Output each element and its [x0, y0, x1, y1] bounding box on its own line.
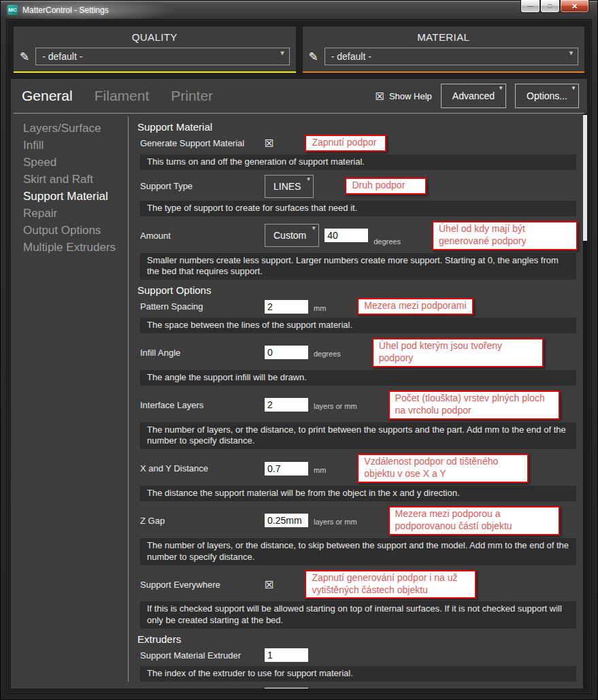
unit-label: degrees	[373, 237, 401, 247]
value-input[interactable]	[265, 688, 308, 688]
help-text: The space between the lines of the suppo…	[140, 318, 576, 333]
scrollbar-track[interactable]	[583, 114, 587, 688]
control-zone	[265, 688, 308, 688]
sidebar-item-output-options[interactable]: Output Options	[23, 222, 128, 239]
checked-checkbox-icon[interactable]: ☒	[265, 580, 273, 590]
tabbar: GeneralFilamentPrinter ☒ Show Help Advan…	[11, 79, 587, 111]
control-zone: LINES▼	[265, 175, 314, 198]
advanced-button-label: Advanced	[452, 90, 495, 101]
control-zone	[265, 648, 308, 662]
window-title: MatterControl - Settings	[22, 5, 109, 15]
material-selected-value: - default -	[331, 51, 371, 62]
unit-label: mm	[314, 466, 326, 476]
control-zone: Custom▼degrees	[265, 224, 401, 247]
material-title: MATERIAL	[309, 31, 579, 43]
chevron-down-icon: ▼	[568, 50, 574, 56]
options-button-label: Options...	[527, 90, 567, 101]
sidebar-item-infill[interactable]: Infill	[23, 137, 128, 154]
quality-select[interactable]: - default - ▼	[35, 48, 289, 65]
control-zone: ☒	[265, 138, 273, 148]
setting-row-pattern-spacing: Pattern SpacingmmMezera mezi podporami	[137, 298, 578, 315]
quality-preset: QUALITY ✎ - default - ▼	[14, 27, 296, 73]
quality-selected-value: - default -	[42, 51, 82, 62]
value-input[interactable]	[265, 300, 308, 314]
material-select[interactable]: - default - ▼	[325, 48, 578, 65]
checked-checkbox-icon: ☒	[375, 91, 384, 101]
tab-printer[interactable]: Printer	[171, 88, 213, 104]
tab-filament[interactable]: Filament	[95, 88, 150, 104]
sidebar-item-layers-surface[interactable]: Layers/Surface	[23, 120, 128, 137]
annotation-badge: Úhel od kdy mají být generované podpory	[432, 221, 578, 250]
edit-pencil-icon[interactable]: ✎	[20, 51, 29, 63]
dropdown-value: Custom	[273, 230, 306, 241]
settings-panel: Support MaterialGenerate Support Materia…	[129, 114, 582, 688]
show-help-checkbox[interactable]: ☒ Show Help	[375, 91, 431, 101]
control-zone: degrees	[265, 346, 341, 359]
sidebar-item-support-material[interactable]: Support Material	[23, 188, 128, 205]
maximize-button[interactable]: □	[540, 0, 560, 13]
setting-label: X and Y Distance	[140, 463, 265, 473]
advanced-button[interactable]: Advanced ▼	[441, 84, 506, 108]
tab-list: GeneralFilamentPrinter	[22, 88, 235, 104]
section-heading: Extruders	[137, 633, 578, 645]
options-button[interactable]: Options... ▼	[515, 84, 579, 108]
annotation-badge: Mezera mezi podporami	[357, 298, 473, 315]
preset-band: QUALITY ✎ - default - ▼ MATERIAL ✎ - def…	[7, 20, 591, 79]
settings-main-panel: GeneralFilamentPrinter ☒ Show Help Advan…	[11, 79, 587, 688]
setting-label: Infill Angle	[140, 348, 265, 358]
dropdown-value: LINES	[273, 181, 301, 192]
scrollbar-thumb[interactable]	[583, 115, 587, 241]
unit-label: degrees	[314, 350, 341, 359]
dropdown[interactable]: Custom▼	[265, 224, 319, 247]
value-input[interactable]	[325, 229, 368, 242]
app-window: MC MatterControl - Settings — □ ✕ QUALIT…	[0, 0, 598, 700]
window-controls: — □ ✕	[520, 0, 589, 13]
sidebar: Layers/SurfaceInfillSpeedSkirt and RaftS…	[11, 114, 128, 688]
setting-row-support-interface-extruder: Support Interface Extruder	[137, 686, 578, 688]
unit-label: mm	[314, 304, 326, 314]
setting-row-interface-layers: Interface Layerslayers or mmPočet (tlouš…	[137, 390, 578, 420]
quality-title: QUALITY	[20, 31, 290, 43]
close-button[interactable]: ✕	[560, 0, 589, 13]
dropdown[interactable]: LINES▼	[265, 175, 314, 198]
minimize-button[interactable]: —	[520, 0, 540, 13]
checked-checkbox-icon[interactable]: ☒	[265, 138, 273, 148]
control-zone: ☒	[265, 580, 273, 590]
chevron-down-icon: ▼	[280, 50, 286, 56]
help-text: The angle the support infill will be dra…	[140, 370, 576, 386]
help-text: Smaller numbers create less support. Lar…	[140, 253, 576, 280]
setting-label: Z Gap	[140, 516, 265, 526]
help-text: The type of support to create for surfac…	[140, 201, 576, 216]
annotation-badge: Druh podpor	[345, 178, 427, 195]
unit-label: layers or mm	[314, 402, 357, 412]
value-input[interactable]	[265, 346, 308, 359]
control-zone: layers or mm	[265, 514, 357, 527]
edit-pencil-icon[interactable]: ✎	[309, 51, 318, 63]
annotation-badge: Zapnutí generování podpor i na už vytišt…	[305, 570, 476, 599]
setting-label: Interface Layers	[140, 400, 265, 410]
setting-label: Generate Support Material	[140, 138, 265, 148]
section-heading: Support Options	[137, 284, 578, 296]
tab-actions: ☒ Show Help Advanced ▼ Options... ▼	[375, 84, 579, 108]
chevron-down-icon: ▼	[306, 176, 312, 182]
setting-row-support-material-extruder: Support Material Extruder	[137, 647, 578, 663]
sidebar-item-speed[interactable]: Speed	[23, 154, 128, 171]
help-text: The number of layers, or the distance, t…	[140, 422, 576, 450]
setting-row-x-and-y-distance: X and Y DistancemmVzdálenost podpor od t…	[137, 454, 578, 483]
setting-label: Pattern Spacing	[140, 301, 265, 312]
sidebar-item-multiple-extruders[interactable]: Multiple Extruders	[23, 239, 128, 256]
settings-content: Layers/SurfaceInfillSpeedSkirt and RaftS…	[11, 114, 587, 688]
control-zone: mm	[265, 462, 326, 476]
tab-general[interactable]: General	[22, 88, 73, 104]
help-text: The distance the support material will b…	[140, 486, 576, 501]
sidebar-item-repair[interactable]: Repair	[23, 205, 128, 222]
value-input[interactable]	[265, 648, 308, 662]
value-input[interactable]	[265, 514, 308, 527]
app-icon: MC	[7, 5, 18, 15]
sidebar-item-skirt-and-raft[interactable]: Skirt and Raft	[23, 171, 128, 188]
material-row: ✎ - default - ▼	[309, 48, 579, 65]
value-input[interactable]	[265, 398, 308, 412]
control-zone: layers or mm	[265, 398, 357, 412]
value-input[interactable]	[265, 462, 308, 476]
titlebar: MC MatterControl - Settings — □ ✕	[6, 1, 592, 19]
